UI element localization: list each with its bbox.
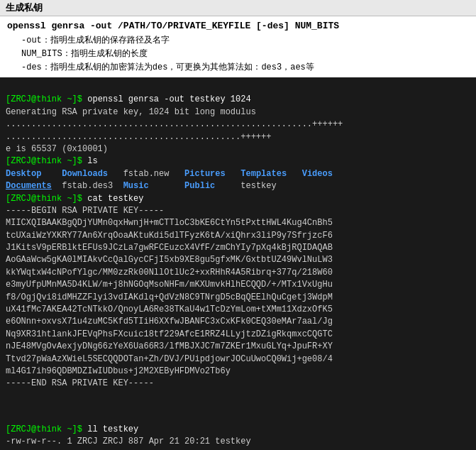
- terminal1: [ZRCJ@think ~]$ openssl genrsa -out test…: [0, 77, 476, 407]
- key-line-1: MIICXQIBAAKBgQDjYUMn0qxHwnjH+mCTTloC3bKE…: [6, 218, 333, 228]
- key-line-12: Ttvd27pWaAzXWieL5SECQQDOTan+Zh/DVJ/PUipd…: [6, 354, 333, 364]
- output-generating: Generating RSA private key, 1024 bit lon…: [6, 107, 256, 117]
- output-e: e is 65537 (0x10001): [6, 144, 108, 154]
- key-begin: -----BEGIN RSA PRIVATE KEY-----: [6, 206, 164, 216]
- terminal2: [ZRCJ@think ~]$ ll testkey -rw-rw-r--. 1…: [0, 407, 476, 450]
- prompt-line-ls: [ZRCJ@think ~]$ ls: [6, 156, 98, 166]
- param-des: -des：指明生成私钥的加密算法为des，可更换为其他算法如：des3，aes等: [21, 61, 469, 73]
- output-dots2: ........................................…: [6, 132, 271, 142]
- title-bar: 生成私钥: [0, 0, 476, 16]
- output-dots1: ........................................…: [6, 119, 343, 129]
- key-line-13: ml4G17ih96QDBMDZIwIUDbus+j2M2XEByHFDMVo2…: [6, 366, 231, 376]
- prompt-line-cat: [ZRCJ@think ~]$ cat testkey: [6, 194, 143, 204]
- key-line-11: nJE48MVgOvAexjyDNg66zYeX6Ua66R3/lfMBJXJC…: [6, 341, 333, 351]
- ls-row2: Documents fstab.des3 Music Public testke…: [6, 181, 277, 191]
- ll-output: -rw-rw-r--. 1 ZRCJ ZRCJ 887 Apr 21 20:21…: [6, 437, 251, 446]
- key-line-7: f8/OgjQvi8idMHZZFlyi3vdIAKdlq+QdVzN8C9TN…: [6, 292, 333, 302]
- param-num: NUM_BITS：指明生成私钥的长度: [21, 48, 469, 60]
- key-line-9: e6ONnn+oxvsX71u4zuMC5Kfd5TIiH6XXfwJBANFC…: [6, 317, 333, 326]
- key-line-5: kkYWqtxW4cNPofYlgc/MM0zzRk00NllOtlUc2+xx…: [6, 268, 333, 278]
- key-line-8: uX41fMc7AKEA42TcNTkkO/QnoyLA6Re38TKaU4w1…: [6, 304, 333, 314]
- key-line-3: J1KitsV9pERBlktEFUs9JCzLa7gwRFCEuzcX4VfF…: [6, 243, 333, 253]
- prompt-ll: [ZRCJ@think ~]$ ll testkey: [6, 424, 138, 434]
- key-line-10: Nq9XR31htlankJFEVqPhsFXcuic18tf229AfcE1R…: [6, 329, 333, 339]
- key-line-2: tcUXaiWzYXKRY77An6XrqOoaAKtuKdi5dlTFyzK6…: [6, 231, 333, 241]
- key-line-4: AoGAaWcw5gKA0lMIAkvCcQalGycCFjI5xb9XE8gu…: [6, 255, 333, 265]
- page-container: 生成私钥 openssl genrsa -out /PATH/TO/PRIVAT…: [0, 0, 476, 450]
- ls-row1: Desktop Downloads fstab.new Pictures Tem…: [6, 169, 333, 179]
- main-command: openssl genrsa -out /PATH/TO/PRIVATE_KEY…: [7, 21, 469, 31]
- title-text: 生成私钥: [6, 2, 43, 13]
- prompt-line-1: [ZRCJ@think ~]$ openssl genrsa -out test…: [6, 94, 251, 104]
- key-end: -----END RSA PRIVATE KEY-----: [6, 378, 154, 388]
- param-out: -out：指明生成私钥的保存路径及名字: [21, 34, 469, 46]
- key-line-6: e3myUfpUMnMA5D4KLW/m+j8hNGOqMsoNHFm/mKXU…: [6, 280, 333, 290]
- command-section: openssl genrsa -out /PATH/TO/PRIVATE_KEY…: [0, 16, 476, 77]
